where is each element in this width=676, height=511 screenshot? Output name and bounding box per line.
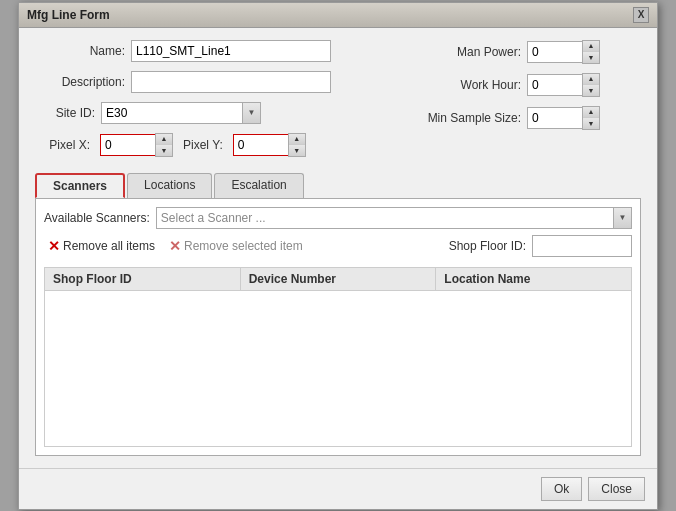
name-label: Name:: [35, 44, 125, 58]
pixel-y-spinner-btns: ▲ ▼: [288, 133, 306, 157]
work-hour-spinner-btns: ▲ ▼: [582, 73, 600, 97]
shop-floor-id-label: Shop Floor ID:: [449, 239, 526, 253]
site-id-select-arrow[interactable]: ▼: [243, 102, 261, 124]
action-row: ✕ Remove all items ✕ Remove selected ite…: [44, 235, 632, 261]
pixel-y-input[interactable]: [233, 134, 288, 156]
pixel-row: Pixel X: ▲ ▼ Pixel Y: ▲ ▼: [35, 133, 401, 157]
man-power-spinner-btns: ▲ ▼: [582, 40, 600, 64]
available-scanners-row: Available Scanners: Select a Scanner ...…: [44, 207, 632, 229]
pixel-y-spinner: ▲ ▼: [233, 133, 306, 157]
mfg-line-form-dialog: Mfg Line Form X Name: Description:: [18, 2, 658, 510]
pixel-x-up-btn[interactable]: ▲: [156, 134, 172, 145]
name-input[interactable]: [131, 40, 331, 62]
work-hour-up-btn[interactable]: ▲: [583, 74, 599, 85]
man-power-down-btn[interactable]: ▼: [583, 52, 599, 63]
remove-all-button[interactable]: ✕ Remove all items: [44, 236, 159, 256]
remove-selected-button[interactable]: ✕ Remove selected item: [165, 236, 307, 256]
form-section-top: Name: Description: Site ID: E30 ▼: [35, 40, 641, 161]
description-row: Description:: [35, 71, 401, 93]
man-power-row: Man Power: ▲ ▼: [421, 40, 641, 64]
form-right: Man Power: ▲ ▼ Work Hour:: [421, 40, 641, 161]
pixel-x-input[interactable]: [100, 134, 155, 156]
work-hour-spinner: ▲ ▼: [527, 73, 600, 97]
min-sample-spinner-btns: ▲ ▼: [582, 106, 600, 130]
dialog-body: Name: Description: Site ID: E30 ▼: [19, 28, 657, 468]
site-id-select-wrapper: E30 ▼: [101, 102, 261, 124]
tab-scanners[interactable]: Scanners: [35, 173, 125, 198]
close-button[interactable]: Close: [588, 477, 645, 501]
min-sample-input[interactable]: [527, 107, 582, 129]
title-bar: Mfg Line Form X: [19, 3, 657, 28]
min-sample-up-btn[interactable]: ▲: [583, 107, 599, 118]
remove-selected-label: Remove selected item: [184, 239, 303, 253]
man-power-up-btn[interactable]: ▲: [583, 41, 599, 52]
pixel-x-spinner-btns: ▲ ▼: [155, 133, 173, 157]
table-body: [45, 291, 631, 441]
remove-all-label: Remove all items: [63, 239, 155, 253]
man-power-input[interactable]: [527, 41, 582, 63]
col-header-location-name: Location Name: [436, 268, 631, 290]
ok-button[interactable]: Ok: [541, 477, 582, 501]
work-hour-row: Work Hour: ▲ ▼: [421, 73, 641, 97]
tabs-container: Scanners Locations Escalation Available …: [35, 173, 641, 456]
tab-escalation[interactable]: Escalation: [214, 173, 303, 198]
min-sample-down-btn[interactable]: ▼: [583, 118, 599, 129]
site-id-select[interactable]: E30: [101, 102, 243, 124]
col-header-device-number: Device Number: [241, 268, 437, 290]
remove-selected-icon: ✕: [169, 238, 181, 254]
scanners-tab-content: Available Scanners: Select a Scanner ...…: [35, 198, 641, 456]
pixel-y-label: Pixel Y:: [183, 138, 223, 152]
pixel-x-spinner: ▲ ▼: [100, 133, 173, 157]
man-power-label: Man Power:: [421, 45, 521, 59]
dialog-title: Mfg Line Form: [27, 8, 110, 22]
min-sample-spinner: ▲ ▼: [527, 106, 600, 130]
site-id-row: Site ID: E30 ▼: [35, 102, 401, 124]
man-power-spinner: ▲ ▼: [527, 40, 600, 64]
site-id-label: Site ID:: [35, 106, 95, 120]
scanners-table: Shop Floor ID Device Number Location Nam…: [44, 267, 632, 447]
pixel-y-down-btn[interactable]: ▼: [289, 145, 305, 156]
work-hour-input[interactable]: [527, 74, 582, 96]
remove-all-icon: ✕: [48, 238, 60, 254]
min-sample-label: Min Sample Size:: [421, 111, 521, 125]
close-icon[interactable]: X: [633, 7, 649, 23]
dialog-footer: Ok Close: [19, 468, 657, 509]
scanner-select-wrapper: Select a Scanner ... ▼: [156, 207, 632, 229]
description-label: Description:: [35, 75, 125, 89]
pixel-y-up-btn[interactable]: ▲: [289, 134, 305, 145]
table-header: Shop Floor ID Device Number Location Nam…: [45, 268, 631, 291]
available-scanners-label: Available Scanners:: [44, 211, 150, 225]
shop-floor-id-input[interactable]: [532, 235, 632, 257]
tab-locations[interactable]: Locations: [127, 173, 212, 198]
scanner-select[interactable]: Select a Scanner ...: [156, 207, 614, 229]
min-sample-row: Min Sample Size: ▲ ▼: [421, 106, 641, 130]
work-hour-down-btn[interactable]: ▼: [583, 85, 599, 96]
pixel-x-label: Pixel X:: [35, 138, 90, 152]
col-header-shop-floor-id: Shop Floor ID: [45, 268, 241, 290]
work-hour-label: Work Hour:: [421, 78, 521, 92]
description-input[interactable]: [131, 71, 331, 93]
name-row: Name:: [35, 40, 401, 62]
pixel-x-down-btn[interactable]: ▼: [156, 145, 172, 156]
scanner-select-arrow-icon[interactable]: ▼: [614, 207, 632, 229]
tab-bar: Scanners Locations Escalation: [35, 173, 641, 198]
form-left: Name: Description: Site ID: E30 ▼: [35, 40, 401, 161]
